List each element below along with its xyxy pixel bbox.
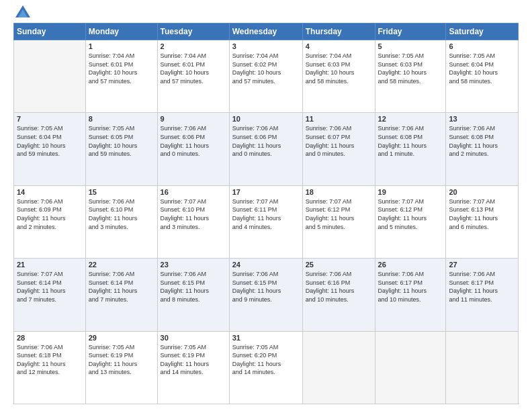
- calendar-cell: 1Sunrise: 7:04 AM Sunset: 6:01 PM Daylig…: [85, 40, 157, 113]
- day-info: Sunrise: 7:06 AM Sunset: 6:06 PM Dayligh…: [161, 124, 226, 158]
- weekday-wednesday: Wednesday: [229, 24, 302, 40]
- calendar-cell: 3Sunrise: 7:04 AM Sunset: 6:02 PM Daylig…: [229, 40, 302, 113]
- day-number: 8: [89, 115, 154, 123]
- calendar-cell: 18Sunrise: 7:07 AM Sunset: 6:12 PM Dayli…: [302, 185, 375, 258]
- calendar-cell: [14, 40, 86, 113]
- weekday-friday: Friday: [375, 24, 446, 40]
- day-number: 20: [449, 188, 515, 196]
- day-number: 27: [449, 261, 515, 269]
- calendar-week-2: 7Sunrise: 7:05 AM Sunset: 6:04 PM Daylig…: [14, 113, 519, 185]
- calendar-cell: 21Sunrise: 7:07 AM Sunset: 6:14 PM Dayli…: [14, 259, 86, 331]
- weekday-sunday: Sunday: [14, 24, 86, 40]
- day-info: Sunrise: 7:06 AM Sunset: 6:17 PM Dayligh…: [378, 270, 443, 304]
- calendar-cell: 30Sunrise: 7:05 AM Sunset: 6:19 PM Dayli…: [157, 331, 229, 404]
- day-number: 21: [17, 261, 83, 269]
- day-info: Sunrise: 7:05 AM Sunset: 6:04 PM Dayligh…: [17, 124, 83, 158]
- day-info: Sunrise: 7:06 AM Sunset: 6:14 PM Dayligh…: [89, 270, 154, 304]
- day-number: 3: [232, 42, 300, 50]
- day-number: 23: [161, 261, 226, 269]
- day-number: 25: [306, 261, 372, 269]
- calendar-cell: 2Sunrise: 7:04 AM Sunset: 6:01 PM Daylig…: [157, 40, 229, 113]
- calendar-cell: 24Sunrise: 7:06 AM Sunset: 6:15 PM Dayli…: [229, 259, 302, 331]
- day-number: 26: [378, 261, 443, 269]
- day-number: 29: [89, 334, 154, 342]
- calendar-cell: 20Sunrise: 7:07 AM Sunset: 6:13 PM Dayli…: [446, 185, 519, 258]
- day-info: Sunrise: 7:06 AM Sunset: 6:17 PM Dayligh…: [449, 270, 515, 304]
- day-info: Sunrise: 7:04 AM Sunset: 6:03 PM Dayligh…: [306, 52, 372, 85]
- calendar-cell: 14Sunrise: 7:06 AM Sunset: 6:09 PM Dayli…: [14, 185, 86, 258]
- day-number: 2: [161, 42, 226, 50]
- day-number: 15: [89, 188, 154, 196]
- day-info: Sunrise: 7:06 AM Sunset: 6:08 PM Dayligh…: [378, 124, 443, 158]
- calendar-cell: 25Sunrise: 7:06 AM Sunset: 6:16 PM Dayli…: [302, 259, 375, 331]
- day-info: Sunrise: 7:06 AM Sunset: 6:07 PM Dayligh…: [306, 124, 372, 158]
- day-info: Sunrise: 7:07 AM Sunset: 6:14 PM Dayligh…: [17, 270, 83, 304]
- calendar-week-5: 28Sunrise: 7:06 AM Sunset: 6:18 PM Dayli…: [14, 331, 519, 404]
- day-number: 10: [232, 115, 300, 123]
- logo-icon: [15, 5, 30, 17]
- weekday-saturday: Saturday: [446, 24, 519, 40]
- calendar-cell: 4Sunrise: 7:04 AM Sunset: 6:03 PM Daylig…: [302, 40, 375, 113]
- day-info: Sunrise: 7:04 AM Sunset: 6:02 PM Dayligh…: [232, 52, 300, 85]
- day-info: Sunrise: 7:06 AM Sunset: 6:15 PM Dayligh…: [232, 270, 300, 304]
- weekday-monday: Monday: [85, 24, 157, 40]
- day-info: Sunrise: 7:07 AM Sunset: 6:11 PM Dayligh…: [232, 197, 300, 231]
- calendar-cell: 11Sunrise: 7:06 AM Sunset: 6:07 PM Dayli…: [302, 113, 375, 185]
- day-number: 31: [232, 334, 300, 342]
- calendar-cell: 29Sunrise: 7:05 AM Sunset: 6:19 PM Dayli…: [85, 331, 157, 404]
- day-number: 28: [17, 334, 83, 342]
- calendar-cell: 22Sunrise: 7:06 AM Sunset: 6:14 PM Dayli…: [85, 259, 157, 331]
- calendar-cell: [302, 331, 375, 404]
- day-info: Sunrise: 7:05 AM Sunset: 6:19 PM Dayligh…: [161, 343, 226, 377]
- day-number: 17: [232, 188, 300, 196]
- calendar-cell: 27Sunrise: 7:06 AM Sunset: 6:17 PM Dayli…: [446, 259, 519, 331]
- day-number: 22: [89, 261, 154, 269]
- day-number: 7: [17, 115, 83, 123]
- day-info: Sunrise: 7:06 AM Sunset: 6:06 PM Dayligh…: [232, 124, 300, 158]
- calendar-cell: 8Sunrise: 7:05 AM Sunset: 6:05 PM Daylig…: [85, 113, 157, 185]
- calendar-cell: 13Sunrise: 7:06 AM Sunset: 6:08 PM Dayli…: [446, 113, 519, 185]
- day-number: 5: [378, 42, 443, 50]
- calendar-table: SundayMondayTuesdayWednesdayThursdayFrid…: [13, 23, 519, 404]
- calendar-week-1: 1Sunrise: 7:04 AM Sunset: 6:01 PM Daylig…: [14, 40, 519, 113]
- weekday-tuesday: Tuesday: [157, 24, 229, 40]
- calendar-cell: 23Sunrise: 7:06 AM Sunset: 6:15 PM Dayli…: [157, 259, 229, 331]
- day-info: Sunrise: 7:04 AM Sunset: 6:01 PM Dayligh…: [89, 52, 154, 85]
- calendar-cell: 17Sunrise: 7:07 AM Sunset: 6:11 PM Dayli…: [229, 185, 302, 258]
- day-number: 14: [17, 188, 83, 196]
- day-number: 13: [449, 115, 515, 123]
- calendar-cell: 31Sunrise: 7:05 AM Sunset: 6:20 PM Dayli…: [229, 331, 302, 404]
- page: SundayMondayTuesdayWednesdayThursdayFrid…: [0, 0, 532, 411]
- calendar-cell: 6Sunrise: 7:05 AM Sunset: 6:04 PM Daylig…: [446, 40, 519, 113]
- calendar-header: SundayMondayTuesdayWednesdayThursdayFrid…: [14, 24, 519, 40]
- calendar-cell: 5Sunrise: 7:05 AM Sunset: 6:03 PM Daylig…: [375, 40, 446, 113]
- calendar-cell: 10Sunrise: 7:06 AM Sunset: 6:06 PM Dayli…: [229, 113, 302, 185]
- day-info: Sunrise: 7:06 AM Sunset: 6:18 PM Dayligh…: [17, 343, 83, 377]
- day-info: Sunrise: 7:07 AM Sunset: 6:12 PM Dayligh…: [306, 197, 372, 231]
- day-number: 12: [378, 115, 443, 123]
- day-number: 1: [89, 42, 154, 50]
- day-info: Sunrise: 7:05 AM Sunset: 6:04 PM Dayligh…: [449, 52, 515, 85]
- calendar-cell: 16Sunrise: 7:07 AM Sunset: 6:10 PM Dayli…: [157, 185, 229, 258]
- day-info: Sunrise: 7:06 AM Sunset: 6:08 PM Dayligh…: [449, 124, 515, 158]
- calendar-cell: 12Sunrise: 7:06 AM Sunset: 6:08 PM Dayli…: [375, 113, 446, 185]
- calendar-cell: [446, 331, 519, 404]
- day-number: 18: [306, 188, 372, 196]
- calendar-cell: 19Sunrise: 7:07 AM Sunset: 6:12 PM Dayli…: [375, 185, 446, 258]
- calendar-cell: 9Sunrise: 7:06 AM Sunset: 6:06 PM Daylig…: [157, 113, 229, 185]
- calendar-body: 1Sunrise: 7:04 AM Sunset: 6:01 PM Daylig…: [14, 40, 519, 404]
- calendar-cell: [375, 331, 446, 404]
- logo: [13, 11, 30, 17]
- calendar-cell: 28Sunrise: 7:06 AM Sunset: 6:18 PM Dayli…: [14, 331, 86, 404]
- day-number: 16: [161, 188, 226, 196]
- day-info: Sunrise: 7:04 AM Sunset: 6:01 PM Dayligh…: [161, 52, 226, 85]
- day-info: Sunrise: 7:07 AM Sunset: 6:12 PM Dayligh…: [378, 197, 443, 231]
- day-info: Sunrise: 7:05 AM Sunset: 6:20 PM Dayligh…: [232, 343, 300, 377]
- day-info: Sunrise: 7:07 AM Sunset: 6:13 PM Dayligh…: [449, 197, 515, 231]
- day-info: Sunrise: 7:06 AM Sunset: 6:10 PM Dayligh…: [89, 197, 154, 231]
- day-number: 4: [306, 42, 372, 50]
- day-info: Sunrise: 7:05 AM Sunset: 6:05 PM Dayligh…: [89, 124, 154, 158]
- calendar-cell: 7Sunrise: 7:05 AM Sunset: 6:04 PM Daylig…: [14, 113, 86, 185]
- day-number: 9: [161, 115, 226, 123]
- day-info: Sunrise: 7:06 AM Sunset: 6:15 PM Dayligh…: [161, 270, 226, 304]
